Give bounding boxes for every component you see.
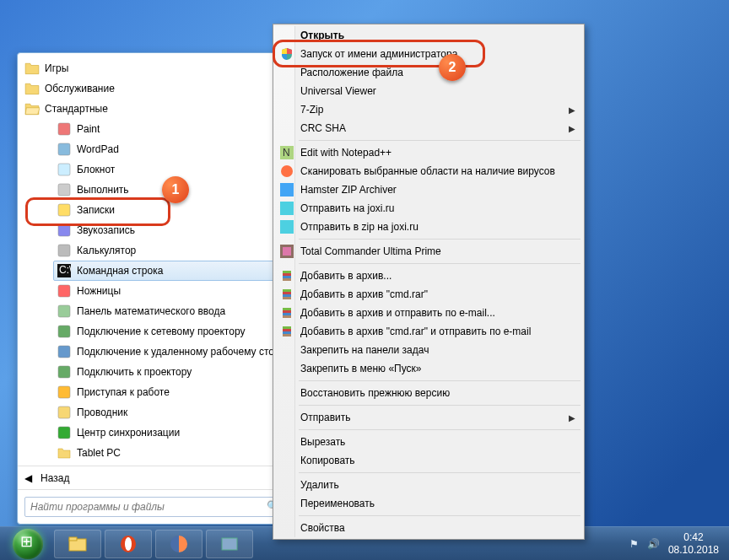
program-item-snip[interactable]: Ножницы xyxy=(21,281,288,301)
context-menu-item[interactable]: Total Commander Ultima Prime xyxy=(275,242,582,261)
context-menu-item[interactable]: Закрепить на панели задач xyxy=(275,341,582,359)
program-item-paint[interactable]: Paint xyxy=(21,119,288,139)
joxi-icon xyxy=(279,219,294,234)
context-menu-item[interactable]: Добавить в архив и отправить по e-mail..… xyxy=(275,304,582,322)
separator xyxy=(299,429,580,430)
taskbar-explorer[interactable] xyxy=(54,530,101,558)
svg-point-28 xyxy=(125,537,132,551)
hamster-icon xyxy=(279,182,294,197)
clock-date: 08.10.2018 xyxy=(668,544,719,556)
proj-icon xyxy=(57,364,72,380)
context-menu-item[interactable]: 7-Zip▶ xyxy=(275,100,582,119)
separator xyxy=(299,380,580,381)
program-label: Подключение к сетевому проектору xyxy=(77,326,245,337)
menu-item-label: Сканировать выбранные области на наличие… xyxy=(300,165,555,177)
folder-accessories[interactable]: Стандартные xyxy=(21,99,288,119)
program-item-explorer[interactable]: Проводник xyxy=(21,402,288,423)
context-menu-item[interactable]: Hamster ZIP Archiver xyxy=(275,180,582,199)
context-menu-item[interactable]: Отправить на joxi.ru xyxy=(275,199,582,218)
svg-rect-13 xyxy=(58,366,70,378)
math-icon xyxy=(57,304,72,319)
program-item-netproj[interactable]: Подключение к сетевому проектору xyxy=(21,321,288,342)
svg-rect-2 xyxy=(58,164,70,175)
folder-icon xyxy=(24,81,40,96)
separator xyxy=(299,405,580,406)
clock[interactable]: 0:42 08.10.2018 xyxy=(668,531,719,556)
program-item-sync[interactable]: Центр синхронизации xyxy=(21,423,288,443)
subfolder-item[interactable]: Tablet PC xyxy=(21,443,288,463)
context-menu-item[interactable]: Удалить xyxy=(275,476,582,494)
context-menu-item[interactable]: Сканировать выбранные области на наличие… xyxy=(275,162,582,180)
program-item-sticky[interactable]: Записки xyxy=(21,200,288,220)
context-menu-item[interactable]: Отправить в zip на joxi.ru xyxy=(275,218,582,236)
program-item-calc[interactable]: Калькулятор xyxy=(21,240,288,261)
npp-icon: N xyxy=(279,145,294,160)
program-item-math[interactable]: Панель математического ввода xyxy=(21,301,288,321)
svg-rect-1 xyxy=(58,143,70,155)
system-tray: ⚑ 🔊 0:42 08.10.2018 xyxy=(629,531,724,556)
svg-rect-20 xyxy=(280,183,294,197)
menu-item-label: Hamster ZIP Archiver xyxy=(300,184,397,196)
taskbar-firefox[interactable] xyxy=(155,530,202,558)
program-label: Выполнить xyxy=(77,184,129,196)
svg-rect-12 xyxy=(58,346,70,358)
program-item-notepad[interactable]: Блокнот xyxy=(21,159,288,180)
program-item-sound[interactable]: Звукозапись xyxy=(21,220,288,240)
context-menu-item[interactable]: CRC SHA▶ xyxy=(275,119,582,137)
context-menu-item[interactable]: Свойства xyxy=(275,519,582,537)
context-menu-item[interactable]: Восстановить прежнюю версию xyxy=(275,384,582,402)
program-label: Звукозапись xyxy=(77,224,135,236)
context-menu-item[interactable]: Добавить в архив "cmd.rar" и отправить п… xyxy=(275,322,582,341)
folder-label: Игры xyxy=(45,62,68,74)
context-menu-item[interactable]: Расположение файла xyxy=(275,63,582,82)
separator xyxy=(299,472,580,473)
snip-icon xyxy=(57,283,72,299)
program-label: Командная строка xyxy=(77,265,163,277)
program-item-run[interactable]: Выполнить xyxy=(21,180,288,200)
folder-label: Обслуживание xyxy=(45,83,115,94)
menu-item-label: Закрепить в меню «Пуск» xyxy=(300,363,421,374)
svg-text:N: N xyxy=(283,147,290,159)
context-menu-item[interactable]: Отправить▶ xyxy=(275,408,582,427)
explorer-icon xyxy=(57,405,72,420)
context-menu-item[interactable]: Universal Viewer xyxy=(275,82,582,100)
svg-text:C:\: C:\ xyxy=(59,264,71,276)
folder-maintenance[interactable]: Обслуживание xyxy=(21,78,288,99)
volume-icon[interactable]: 🔊 xyxy=(647,538,660,550)
svg-point-19 xyxy=(281,165,293,177)
program-item-proj[interactable]: Подключить к проектору xyxy=(21,362,288,382)
context-menu-item[interactable]: Вырезать xyxy=(275,433,582,451)
taskbar-app[interactable] xyxy=(206,530,253,558)
folder-games[interactable]: Игры xyxy=(21,58,288,78)
svg-rect-15 xyxy=(58,407,70,418)
taskbar-opera[interactable] xyxy=(105,530,152,558)
program-label: Подключить к проектору xyxy=(77,366,192,378)
menu-item-label: Отправить на joxi.ru xyxy=(300,202,394,214)
program-label: Блокнот xyxy=(77,164,115,175)
windows-orb-icon xyxy=(13,529,43,559)
program-item-wordpad[interactable]: WordPad xyxy=(21,139,288,159)
menu-item-label: Добавить в архив и отправить по e-mail..… xyxy=(300,307,495,319)
separator xyxy=(299,239,580,240)
start-button[interactable] xyxy=(5,527,51,561)
tray-flag-icon[interactable]: ⚑ xyxy=(629,538,639,550)
context-menu-item[interactable]: Копировать xyxy=(275,451,582,470)
context-menu-item[interactable]: Закрепить в меню «Пуск» xyxy=(275,359,582,378)
context-menu-item[interactable]: Добавить в архив... xyxy=(275,267,582,285)
context-menu-item[interactable]: Переименовать xyxy=(275,494,582,513)
folder-open-icon xyxy=(24,101,40,116)
search-input[interactable] xyxy=(24,497,284,517)
program-item-start[interactable]: Приступая к работе xyxy=(21,382,288,402)
submenu-arrow-icon: ▶ xyxy=(569,413,575,423)
context-menu-item[interactable]: Добавить в архив "cmd.rar" xyxy=(275,285,582,304)
context-menu-item[interactable]: Открыть xyxy=(275,26,582,45)
program-item-cmd[interactable]: C:\Командная строка xyxy=(21,261,288,281)
start-menu-panel: Игры Обслуживание Стандартные PaintWordP… xyxy=(17,52,292,525)
program-item-rdp[interactable]: Подключение к удаленному рабочему сто… xyxy=(21,342,288,362)
back-button[interactable]: ◀ Назад xyxy=(18,466,291,489)
context-menu-item[interactable]: NEdit with Notepad++ xyxy=(275,143,582,162)
context-menu-item[interactable]: Запуск от имени администратора xyxy=(275,45,582,63)
sound-icon xyxy=(57,223,72,238)
folder-icon xyxy=(24,61,40,76)
menu-item-label: CRC SHA xyxy=(300,122,346,134)
